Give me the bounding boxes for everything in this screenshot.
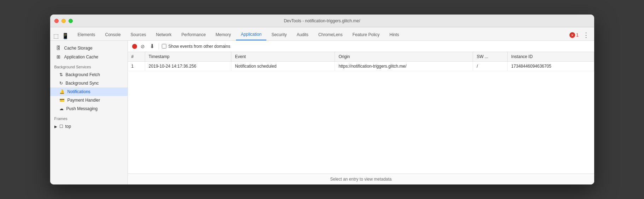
sidebar-item-background-sync[interactable]: ↻ Background Sync	[50, 79, 128, 87]
cell-instance: 17348446094636705	[508, 62, 594, 71]
tab-audits[interactable]: Audits	[292, 29, 313, 40]
sidebar: 🗄 Cache Storage ⊞ Application Cache Back…	[50, 41, 128, 184]
main-area: 🗄 Cache Storage ⊞ Application Cache Back…	[50, 41, 594, 184]
background-sync-icon: ↻	[59, 81, 63, 86]
col-header-num: #	[128, 52, 145, 62]
sidebar-item-label: Payment Handler	[67, 98, 100, 103]
tab-console[interactable]: Console	[100, 29, 126, 40]
frame-label: top	[65, 124, 71, 129]
sidebar-item-notifications[interactable]: 🔔 Notifications	[50, 87, 128, 96]
background-services-label: Background Services	[50, 61, 128, 70]
download-button[interactable]: ⬇	[148, 43, 156, 50]
tab-chromelens[interactable]: ChromeLens	[313, 29, 348, 40]
cell-event: Notification scheduled	[231, 62, 335, 71]
show-events-label[interactable]: Show events from other domains	[162, 44, 230, 49]
arrow-icon: ▶	[54, 125, 57, 129]
background-fetch-icon: ⇅	[59, 72, 63, 77]
tab-elements[interactable]: Elements	[73, 29, 100, 40]
application-cache-icon: ⊞	[56, 54, 61, 59]
tab-bar: ⬚ 📱 Elements Console Sources Network Per…	[50, 27, 594, 41]
tab-memory[interactable]: Memory	[211, 29, 236, 40]
table-header-row: # Timestamp Event Origin SW ... Instance…	[128, 52, 594, 62]
record-button[interactable]	[132, 44, 137, 49]
col-header-origin: Origin	[335, 52, 473, 62]
table-wrapper: # Timestamp Event Origin SW ... Instance…	[128, 52, 594, 174]
devtools-window: DevTools - notification-triggers.glitch.…	[50, 15, 594, 184]
cache-storage-icon: 🗄	[56, 45, 61, 51]
sidebar-item-background-fetch[interactable]: ⇅ Background Fetch	[50, 70, 128, 79]
show-events-checkbox[interactable]	[162, 44, 166, 49]
cell-num: 1	[128, 62, 145, 71]
minimize-button[interactable]	[61, 19, 66, 23]
col-header-event: Event	[231, 52, 335, 62]
show-events-text: Show events from other domains	[169, 44, 230, 49]
sidebar-item-label: Push Messaging	[66, 106, 98, 111]
table-row[interactable]: 1 2019-10-24 14:17:36.256 Notification s…	[128, 62, 594, 71]
tab-application[interactable]: Application	[236, 29, 267, 40]
cell-sw: /	[473, 62, 508, 71]
sidebar-item-label: Background Fetch	[66, 72, 100, 77]
clear-button[interactable]: ⊘	[140, 44, 146, 49]
sidebar-item-label: Cache Storage	[64, 46, 93, 51]
device-icon[interactable]: 📱	[61, 31, 70, 40]
tab-security[interactable]: Security	[266, 29, 291, 40]
cell-origin: https://notification-triggers.glitch.me/	[335, 62, 473, 71]
status-bar: Select an entry to view metadata	[128, 174, 594, 184]
tab-hints[interactable]: Hints	[385, 29, 404, 40]
traffic-lights	[54, 19, 73, 23]
frames-section: Frames	[50, 113, 128, 122]
data-table: # Timestamp Event Origin SW ... Instance…	[128, 52, 594, 71]
col-header-instance: Instance ID	[508, 52, 594, 62]
error-badge[interactable]: ✕ 1	[569, 32, 579, 38]
sidebar-item-label: Application Cache	[64, 55, 99, 59]
error-icon: ✕	[569, 32, 575, 38]
content-area: ⊘ ⬇ Show events from other domains # Tim…	[128, 41, 594, 184]
content-toolbar: ⊘ ⬇ Show events from other domains	[128, 41, 594, 52]
payment-handler-icon: 💳	[59, 98, 65, 103]
error-count: 1	[576, 33, 579, 38]
tab-sources[interactable]: Sources	[126, 29, 151, 40]
push-messaging-icon: ☁	[59, 106, 64, 111]
tab-network[interactable]: Network	[151, 29, 177, 40]
close-button[interactable]	[54, 19, 59, 23]
sidebar-item-label: Background Sync	[66, 81, 99, 86]
window-title: DevTools - notification-triggers.glitch.…	[284, 18, 360, 23]
cell-timestamp: 2019-10-24 14:17:36.256	[145, 62, 231, 71]
maximize-button[interactable]	[69, 19, 73, 23]
inspect-icon[interactable]: ⬚	[52, 31, 61, 40]
col-header-timestamp: Timestamp	[145, 52, 231, 62]
toolbar-divider	[159, 43, 159, 50]
more-menu-button[interactable]: ⋮	[581, 30, 591, 40]
tab-bar-right: ✕ 1 ⋮	[569, 30, 593, 40]
sidebar-item-application-cache[interactable]: ⊞ Application Cache	[50, 52, 128, 61]
titlebar: DevTools - notification-triggers.glitch.…	[50, 15, 594, 27]
sidebar-item-cache-storage[interactable]: 🗄 Cache Storage	[50, 44, 128, 52]
tab-performance[interactable]: Performance	[177, 29, 211, 40]
sidebar-item-payment-handler[interactable]: 💳 Payment Handler	[50, 96, 128, 104]
sidebar-item-push-messaging[interactable]: ☁ Push Messaging	[50, 104, 128, 113]
status-message: Select an entry to view metadata	[330, 177, 391, 182]
frames-label: Frames	[54, 116, 123, 121]
tab-feature-policy[interactable]: Feature Policy	[348, 29, 385, 40]
sidebar-item-label: Notifications	[67, 89, 90, 94]
notifications-icon: 🔔	[59, 89, 65, 94]
frame-icon: ☐	[59, 124, 63, 129]
col-header-sw: SW ...	[473, 52, 508, 62]
sidebar-item-top-frame[interactable]: ▶ ☐ top	[50, 122, 128, 131]
